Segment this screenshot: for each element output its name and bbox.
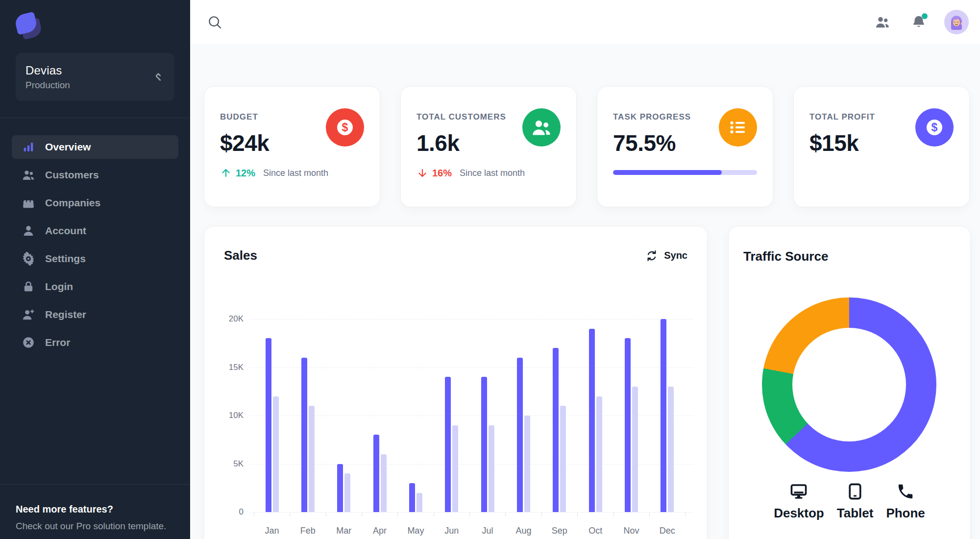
- bar-last-year: [309, 406, 315, 512]
- bar-this-year: [661, 319, 666, 512]
- x-axis-month-label: Aug: [506, 526, 540, 536]
- x-axis-tick: [290, 513, 290, 516]
- footer-title: Need more features?: [16, 504, 177, 515]
- arrow-down-icon: [416, 167, 428, 179]
- avatar[interactable]: [944, 10, 969, 34]
- avatar-image: [944, 10, 969, 34]
- x-axis-month-label: Feb: [291, 526, 325, 536]
- workspace-name: Devias: [25, 64, 70, 77]
- search-icon: [207, 14, 222, 30]
- stat-label: TASK PROGRESS: [613, 112, 691, 122]
- lock-icon: [22, 280, 35, 294]
- x-axis-tick: [577, 513, 578, 516]
- desktop-icon: [789, 482, 808, 501]
- donut-hole: [792, 328, 906, 441]
- bar-this-year: [589, 329, 595, 512]
- x-axis-month-label: Sep: [542, 526, 577, 536]
- trend-caption: Since last month: [460, 168, 525, 178]
- users-icon: [531, 117, 552, 138]
- notifications-button[interactable]: [908, 11, 930, 33]
- unfold-chevrons-icon: [152, 71, 165, 83]
- sidebar-item-label: Settings: [45, 253, 86, 265]
- device-desktop: Desktop: [774, 482, 824, 521]
- bar-last-year: [273, 396, 279, 512]
- dollar-circle-icon: $: [334, 117, 356, 138]
- users-icon: [22, 168, 35, 182]
- bar-this-year: [266, 338, 271, 512]
- phone-icon: [896, 482, 915, 501]
- stat-label: TOTAL PROFIT: [809, 112, 875, 122]
- task-progress-avatar: [719, 108, 757, 147]
- bar-this-year: [517, 358, 523, 512]
- arrow-up-icon: [220, 167, 232, 179]
- bar-last-year: [344, 473, 350, 512]
- device-tablet: Tablet: [837, 482, 874, 521]
- devias-logo-icon: [16, 14, 43, 39]
- stat-label: BUDGET: [220, 112, 269, 122]
- bar-this-year: [337, 464, 343, 513]
- gridline: [250, 319, 693, 319]
- device-legend: DesktopTabletPhone: [729, 482, 970, 521]
- topbar-actions: [872, 10, 969, 34]
- x-circle-icon: [22, 336, 35, 349]
- sidebar-item-settings[interactable]: Settings: [12, 247, 178, 270]
- sidebar-item-login[interactable]: Login: [12, 275, 178, 298]
- stat-label: TOTAL CUSTOMERS: [416, 112, 506, 122]
- tablet-icon: [846, 482, 864, 501]
- y-axis-tick-label: 0: [214, 507, 244, 517]
- device-phone: Phone: [886, 482, 925, 521]
- bar-last-year: [489, 425, 494, 512]
- dollar-circle-icon: $: [924, 117, 945, 138]
- x-axis-tick: [362, 513, 362, 516]
- sidebar-item-label: Customers: [45, 169, 99, 181]
- chart-bar-icon: [22, 140, 35, 154]
- bar-last-year: [452, 425, 458, 512]
- trend-value: 16%: [432, 168, 452, 179]
- sidebar-item-companies[interactable]: Companies: [12, 191, 178, 215]
- sidebar-item-label: Account: [45, 225, 86, 237]
- bar-last-year: [596, 396, 602, 512]
- sidebar-item-customers[interactable]: Customers: [12, 163, 178, 187]
- svg-text:$: $: [342, 121, 348, 134]
- traffic-donut-chart: [762, 297, 936, 472]
- users-icon: [875, 14, 890, 30]
- sidebar-item-account[interactable]: Account: [12, 219, 178, 243]
- sidebar-item-overview[interactable]: Overview: [12, 135, 178, 159]
- workspace-selector[interactable]: Devias Production: [16, 53, 174, 101]
- sidebar-item-label: Login: [45, 281, 73, 293]
- bar-this-year: [625, 338, 631, 512]
- bar-this-year: [409, 483, 415, 512]
- contacts-button[interactable]: [872, 11, 893, 33]
- sidebar-item-register[interactable]: Register: [12, 303, 178, 326]
- x-axis-tick: [469, 513, 470, 516]
- x-axis-month-label: Mar: [327, 526, 361, 536]
- trend-caption: Since last month: [263, 168, 328, 178]
- traffic-source-title: Traffic Source: [743, 249, 828, 264]
- sidebar-item-error[interactable]: Error: [12, 331, 178, 354]
- sidebar-item-label: Companies: [45, 197, 100, 209]
- task-progress-fill: [613, 170, 722, 175]
- stat-value: $24k: [220, 130, 269, 156]
- y-axis-tick-label: 20K: [214, 314, 244, 324]
- x-axis-tick: [254, 513, 254, 516]
- notification-badge: [922, 13, 928, 19]
- x-axis-tick: [326, 513, 326, 516]
- x-axis-tick: [649, 513, 650, 516]
- traffic-source-card: Traffic Source DesktopTabletPhone: [729, 226, 970, 539]
- user-icon: [22, 224, 35, 238]
- stat-card-task-progress: TASK PROGRESS 75.5%: [597, 87, 773, 207]
- trend-row: 16% Since last month: [416, 167, 561, 179]
- trend-row: 12% Since last month: [220, 167, 364, 179]
- x-axis-tick: [541, 513, 542, 516]
- sidebar-footer: Need more features? Check out our Pro so…: [16, 504, 177, 532]
- stat-value: 1.6k: [416, 130, 506, 156]
- sidebar-item-label: Register: [45, 309, 86, 320]
- stat-card-budget: BUDGET $24k $ 12% Since las: [204, 87, 380, 207]
- user-plus-icon: [22, 308, 35, 321]
- search-button[interactable]: [204, 11, 225, 33]
- svg-text:$: $: [931, 121, 938, 134]
- stat-value: $15k: [809, 130, 875, 156]
- x-axis-month-label: Dec: [650, 526, 685, 536]
- y-axis-tick-label: 15K: [214, 363, 244, 372]
- x-axis-month-label: Jan: [255, 526, 289, 536]
